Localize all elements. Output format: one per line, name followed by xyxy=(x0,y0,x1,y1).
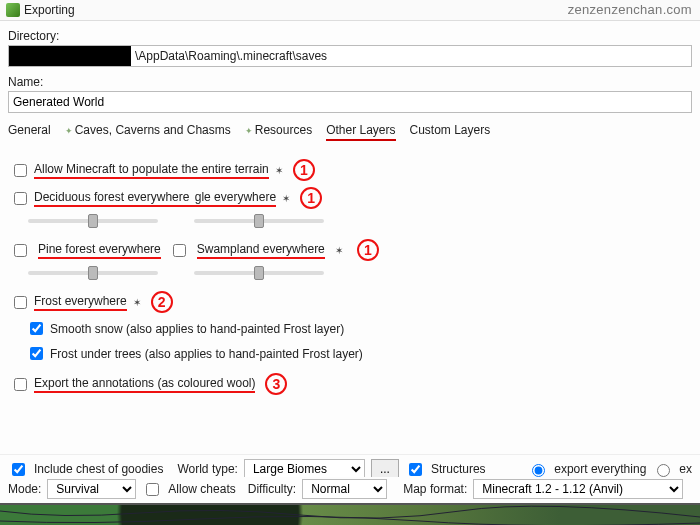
worldtype-select[interactable]: Large Biomes xyxy=(244,459,365,479)
cheats-checkbox[interactable] xyxy=(146,483,159,496)
deciduous-checkbox[interactable] xyxy=(14,192,27,205)
window-title: Exporting xyxy=(24,3,75,17)
annotation-1b: 1 xyxy=(300,187,322,209)
tab-other-layers[interactable]: Other Layers xyxy=(326,123,395,141)
name-label: Name: xyxy=(8,75,692,89)
chest-checkbox[interactable] xyxy=(12,463,25,476)
directory-field[interactable]: \AppData\Roaming\.minecraft\saves xyxy=(8,45,692,67)
deciduous-label: Deciduous forest everywhere gle everywhe… xyxy=(34,190,276,207)
gle-overlap-text: gle everywhere xyxy=(195,190,276,204)
export-everything-label: export everything xyxy=(554,462,646,476)
pine-slider[interactable] xyxy=(28,271,158,275)
deciduous-slider[interactable] xyxy=(28,219,158,223)
redacted-path xyxy=(9,46,131,66)
tab-resources-label: Resources xyxy=(255,123,312,137)
export-ex-label: ex xyxy=(679,462,692,476)
worldtype-label: World type: xyxy=(177,462,237,476)
difficulty-label: Difficulty: xyxy=(248,482,296,496)
mapformat-label: Map format: xyxy=(403,482,467,496)
annotation-1a: 1 xyxy=(293,159,315,181)
caves-icon: ✦ xyxy=(65,126,73,136)
deciduous-text: Deciduous forest everywhere xyxy=(34,190,189,204)
tab-caves[interactable]: ✦Caves, Caverns and Chasms xyxy=(65,123,231,141)
directory-label: Directory: xyxy=(8,29,692,43)
frost-under-trees-checkbox[interactable] xyxy=(30,347,43,360)
star-icon: ✶ xyxy=(335,245,343,256)
export-ex-radio[interactable] xyxy=(657,464,670,477)
mode-label: Mode: xyxy=(8,482,41,496)
mapformat-select[interactable]: Minecraft 1.2 - 1.12 (Anvil) xyxy=(473,479,683,499)
resources-icon: ✦ xyxy=(245,126,253,136)
structures-label: Structures xyxy=(431,462,486,476)
annotation-2: 2 xyxy=(151,291,173,313)
annotation-3: 3 xyxy=(265,373,287,395)
populate-label: Allow Minecraft to populate the entire t… xyxy=(34,162,269,179)
pine-checkbox[interactable] xyxy=(14,244,27,257)
contour-lines-icon xyxy=(0,505,700,525)
tab-custom-layers[interactable]: Custom Layers xyxy=(410,123,491,141)
export-annotations-checkbox[interactable] xyxy=(14,378,27,391)
frost-checkbox[interactable] xyxy=(14,296,27,309)
directory-suffix: \AppData\Roaming\.minecraft\saves xyxy=(131,46,331,66)
main-panel: Directory: \AppData\Roaming\.minecraft\s… xyxy=(0,21,700,409)
name-field[interactable] xyxy=(8,91,692,113)
frost-label: Frost everywhere xyxy=(34,294,127,311)
map-background xyxy=(0,503,700,525)
difficulty-select[interactable]: Normal xyxy=(302,479,387,499)
swamp-slider[interactable] xyxy=(194,271,324,275)
gle-slider[interactable] xyxy=(194,219,324,223)
annotation-1c: 1 xyxy=(357,239,379,261)
cheats-label: Allow cheats xyxy=(168,482,235,496)
tab-caves-label: Caves, Caverns and Chasms xyxy=(75,123,231,137)
swamp-checkbox[interactable] xyxy=(173,244,186,257)
tab-resources[interactable]: ✦Resources xyxy=(245,123,312,141)
swamp-label: Swampland everywhere xyxy=(197,242,325,259)
other-layers-panel: Allow Minecraft to populate the entire t… xyxy=(8,149,692,405)
populate-checkbox[interactable] xyxy=(14,164,27,177)
star-icon: ✶ xyxy=(275,165,283,176)
mode-select[interactable]: Survival xyxy=(47,479,136,499)
export-annotations-label: Export the annotations (as coloured wool… xyxy=(34,376,255,393)
bottom-bar-2: Mode: Survival Allow cheats Difficulty: … xyxy=(0,477,700,503)
frost-under-trees-label: Frost under trees (also applies to hand-… xyxy=(50,347,363,361)
watermark: zenzenzenchan.com xyxy=(568,2,692,17)
star-icon: ✶ xyxy=(282,193,290,204)
tabs: General ✦Caves, Caverns and Chasms ✦Reso… xyxy=(8,123,692,141)
structures-checkbox[interactable] xyxy=(409,463,422,476)
app-icon xyxy=(6,3,20,17)
tab-general[interactable]: General xyxy=(8,123,51,141)
smooth-snow-label: Smooth snow (also applies to hand-painte… xyxy=(50,322,344,336)
pine-label: Pine forest everywhere xyxy=(38,242,161,259)
smooth-snow-checkbox[interactable] xyxy=(30,322,43,335)
export-everything-radio[interactable] xyxy=(532,464,545,477)
chest-label: Include chest of goodies xyxy=(34,462,163,476)
star-icon: ✶ xyxy=(133,297,141,308)
worldtype-more-button[interactable]: ... xyxy=(371,459,399,479)
